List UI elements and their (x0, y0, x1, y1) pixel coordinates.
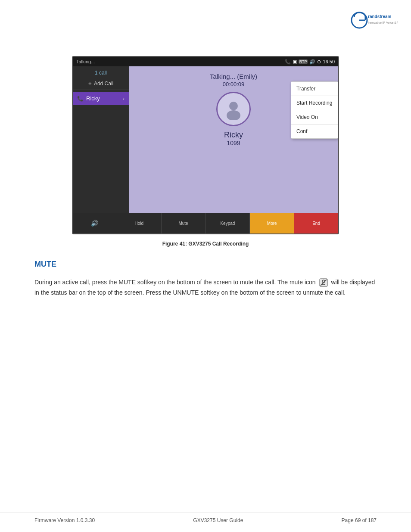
svg-point-3 (229, 102, 238, 110)
mute-button[interactable]: Mute (162, 213, 206, 233)
dropdown-start-recording[interactable]: Start Recording (291, 96, 338, 110)
status-rtp-icon: RTP (299, 59, 308, 64)
more-button[interactable]: More (250, 213, 294, 233)
svg-text:randstream: randstream (368, 14, 392, 19)
figure-caption: Figure 41: GXV3275 Call Recording (34, 241, 377, 247)
plus-icon: + (88, 80, 92, 87)
status-wifi-icon: ⊙ (317, 59, 321, 65)
status-time: 16:50 (323, 59, 335, 64)
active-call-name: Ricky (86, 95, 100, 102)
add-call-label: Add Call (94, 81, 113, 87)
main-call-area: Talking... (Emily) 00:00:09 Ricky 1099 T… (129, 66, 338, 213)
call-info: 📞 Ricky (77, 95, 100, 102)
mute-text-part1: During an active call, press the MUTE so… (34, 279, 316, 286)
page-footer: Firmware Version 1.0.3.30 GXV3275 User G… (0, 513, 411, 523)
mute-label: Mute (178, 221, 188, 226)
dropdown-video-on[interactable]: Video On (291, 110, 338, 124)
status-bar-talking: Talking... (76, 59, 95, 64)
status-phone-icon: 📞 (285, 59, 291, 65)
keypad-button[interactable]: Keypad (206, 213, 250, 233)
chevron-right-icon: › (123, 96, 125, 102)
footer-right: Page 69 of 187 (342, 517, 377, 523)
dropdown-menu: Transfer Start Recording Video On Conf (291, 81, 338, 139)
svg-point-4 (227, 110, 240, 120)
active-call-item[interactable]: 📞 Ricky › (73, 92, 129, 105)
hold-label: Hold (134, 221, 143, 226)
end-button[interactable]: End (294, 213, 338, 233)
call-icon: 📞 (77, 96, 84, 102)
dropdown-transfer[interactable]: Transfer (291, 82, 338, 96)
action-bar: 🔊 Hold Mute Keypad More End (73, 213, 338, 233)
status-screen-icon: ▣ (293, 59, 297, 65)
status-bar: Talking... 📞 ▣ RTP 🔊 ⊙ 16:50 (73, 57, 338, 66)
call-title: Talking... (Emily) (210, 73, 257, 80)
phone-screen-container: Talking... 📞 ▣ RTP 🔊 ⊙ 16:50 1 call + (34, 56, 377, 234)
footer-left: Firmware Version 1.0.3.30 (34, 517, 95, 523)
mute-paragraph1: During an active call, press the MUTE so… (34, 277, 377, 298)
keypad-label: Keypad (220, 221, 235, 226)
sidebar: 1 call + Add Call 📞 Ricky › (73, 66, 129, 213)
avatar (216, 92, 251, 126)
end-label: End (312, 221, 320, 226)
call-count: 1 call (73, 66, 129, 78)
page-content: Talking... 📞 ▣ RTP 🔊 ⊙ 16:50 1 call + (0, 4, 411, 320)
dropdown-conf[interactable]: Conf (291, 124, 338, 138)
mute-icon-inline (319, 278, 328, 287)
svg-text:Innovative IP Voice & Video: Innovative IP Voice & Video (368, 21, 398, 24)
logo-area: randstream Innovative IP Voice & Video (346, 9, 398, 32)
speaker-button[interactable]: 🔊 (73, 213, 117, 233)
footer-center: GXV3275 User Guide (193, 517, 243, 523)
status-bar-right: 📞 ▣ RTP 🔊 ⊙ 16:50 (285, 59, 335, 65)
add-call-button[interactable]: + Add Call (73, 78, 129, 90)
call-timer: 00:00:09 (223, 81, 245, 87)
more-label: More (267, 221, 277, 226)
avatar-svg (223, 98, 244, 120)
call-body: 1 call + Add Call 📞 Ricky › (73, 66, 338, 213)
hold-button[interactable]: Hold (117, 213, 162, 233)
mute-heading: MUTE (34, 260, 377, 269)
phone-screen: Talking... 📞 ▣ RTP 🔊 ⊙ 16:50 1 call + (72, 56, 339, 234)
speaker-icon: 🔊 (91, 220, 98, 227)
caller-ext: 1099 (227, 140, 240, 146)
caller-name: Ricky (224, 131, 243, 140)
status-volume-icon: 🔊 (309, 59, 315, 65)
